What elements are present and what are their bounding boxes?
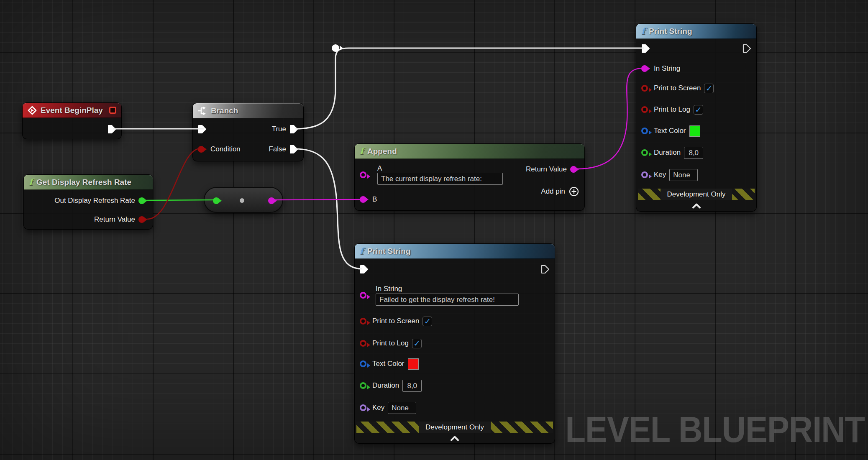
key-input[interactable]: None (388, 402, 416, 414)
print-to-log-pin[interactable] (360, 340, 366, 347)
exec-true-pin[interactable] (289, 125, 298, 134)
node-title: Print String (367, 247, 410, 256)
duration-pin[interactable] (360, 382, 366, 389)
key-pin[interactable] (641, 171, 648, 178)
wire-string-append-to-instring (576, 68, 643, 169)
node-append[interactable]: f Append A The current display refresh r… (354, 143, 585, 211)
conversion-out-pin[interactable] (268, 197, 275, 204)
exec-out-pin[interactable] (108, 125, 116, 134)
pin-label-return-value: Return Value (94, 215, 135, 224)
out-display-refresh-rate-pin[interactable] (138, 197, 145, 204)
function-icon: f (29, 178, 33, 187)
node-header-append[interactable]: f Append (355, 144, 584, 159)
pin-row: Key None (641, 169, 751, 181)
exec-out-pin[interactable] (743, 44, 751, 53)
node-header-branch[interactable]: Branch (193, 103, 303, 118)
node-header-print-string[interactable]: f Print String (636, 24, 756, 39)
node-branch[interactable]: Branch True Condition False (192, 103, 304, 161)
node-title: Branch (211, 106, 238, 115)
graph-type-watermark: LEVEL BLUEPRINT (565, 408, 865, 451)
pin-row: Out Display Refresh Rate (29, 194, 148, 207)
pin-row (28, 123, 116, 135)
node-header-event-beginplay[interactable]: Event BeginPlay (23, 103, 121, 118)
development-only-banner: Development Only (638, 189, 755, 200)
development-only-text: Development Only (419, 422, 491, 433)
text-color-swatch[interactable] (408, 358, 419, 370)
print-to-screen-pin[interactable] (641, 85, 648, 92)
add-pin-label: Add pin (541, 187, 565, 196)
node-title: Print String (649, 27, 692, 36)
in-string-pin[interactable] (641, 65, 648, 72)
pin-row: Print to Log ✓ (641, 103, 751, 116)
in-string-input[interactable]: Failed to get the display refresh rate! (376, 294, 519, 306)
text-color-swatch[interactable] (689, 125, 700, 137)
node-header-get-display-refresh-rate[interactable]: f Get Display Refresh Rate (24, 175, 153, 190)
exec-in-pin[interactable] (360, 265, 369, 274)
print-to-log-checkbox[interactable]: ✓ (694, 105, 703, 115)
pin-label-text-color: Text Color (372, 360, 405, 368)
print-to-log-checkbox[interactable]: ✓ (412, 339, 422, 348)
pin-row: Condition False (198, 143, 298, 156)
append-return-value-pin[interactable] (570, 166, 577, 173)
duration-input[interactable]: 8,0 (684, 147, 703, 159)
collapse-node-button[interactable] (636, 203, 756, 209)
pin-label-condition: Condition (210, 145, 241, 153)
node-title: Event BeginPlay (41, 106, 103, 115)
checkmark-icon: ✓ (424, 317, 431, 325)
node-get-display-refresh-rate[interactable]: f Get Display Refresh Rate Out Display R… (23, 174, 153, 230)
add-pin-button[interactable] (568, 186, 579, 197)
pin-row: Duration 8,0 (641, 146, 751, 159)
key-pin[interactable] (360, 404, 366, 411)
pin-label-false: False (269, 145, 286, 153)
exec-out-pin[interactable] (541, 265, 550, 274)
reroute-node[interactable] (332, 44, 339, 52)
pin-row: Add pin (360, 185, 579, 198)
pin-label-key: Key (654, 171, 666, 179)
event-diamond-icon (28, 106, 37, 115)
node-conversion-tostring[interactable] (204, 187, 283, 213)
blueprint-graph-canvas[interactable]: Event BeginPlay Branch Tr (0, 0, 868, 460)
function-icon: f (641, 27, 645, 36)
pin-label-text-color: Text Color (654, 127, 686, 135)
exec-in-pin[interactable] (641, 44, 650, 53)
conversion-node-dot (240, 198, 244, 203)
node-print-string-top[interactable]: f Print String In String Print to Screen… (636, 23, 757, 212)
reroute-node-arrow (340, 46, 343, 51)
text-color-pin[interactable] (360, 360, 366, 367)
exec-false-pin[interactable] (289, 145, 298, 154)
chevron-up-icon (691, 203, 702, 209)
exec-in-pin[interactable] (198, 125, 207, 134)
node-print-string-bottom[interactable]: f Print String In String Failed to get t… (354, 243, 555, 444)
duration-pin[interactable] (641, 149, 648, 156)
condition-pin[interactable] (198, 146, 205, 153)
node-event-beginplay[interactable]: Event BeginPlay (22, 102, 122, 139)
pin-row: In String (641, 62, 751, 75)
pin-label-print-to-log: Print to Log (372, 339, 409, 348)
text-color-pin[interactable] (641, 128, 648, 134)
pin-label-print-to-screen: Print to Screen (654, 84, 701, 92)
pin-row: True (198, 123, 298, 135)
pin-label-key: Key (372, 404, 384, 412)
node-title: Get Display Refresh Rate (36, 178, 131, 187)
pin-label-in-string: In String (376, 285, 402, 293)
conversion-in-pin[interactable] (213, 197, 220, 204)
print-to-log-pin[interactable] (641, 106, 648, 113)
print-to-screen-pin[interactable] (360, 318, 366, 325)
pin-label-duration: Duration (654, 148, 681, 157)
pin-row: Print to Screen ✓ (641, 82, 751, 95)
print-to-screen-checkbox[interactable]: ✓ (704, 84, 714, 93)
node-title: Append (367, 147, 397, 156)
return-value-pin[interactable] (138, 216, 145, 223)
node-header-print-string[interactable]: f Print String (355, 244, 555, 259)
pin-label-print-to-log: Print to Log (654, 105, 690, 114)
event-override-badge-icon (109, 107, 116, 114)
pin-label-out-display-refresh-rate: Out Display Refresh Rate (54, 197, 135, 205)
branch-icon (198, 107, 207, 115)
in-string-pin[interactable] (360, 292, 366, 299)
wire-bool-returnvalue-to-condition (146, 148, 200, 219)
print-to-screen-checkbox[interactable]: ✓ (422, 317, 432, 326)
collapse-node-button[interactable] (355, 435, 555, 442)
checkmark-icon: ✓ (695, 106, 702, 114)
key-input[interactable]: None (669, 169, 698, 181)
duration-input[interactable]: 8,0 (402, 380, 422, 392)
